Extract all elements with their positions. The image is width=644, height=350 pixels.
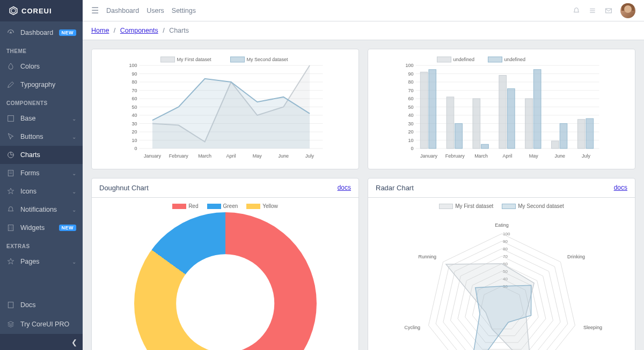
svg-text:30: 30 xyxy=(131,121,137,126)
drop-icon xyxy=(6,62,15,71)
svg-text:Drinking: Drinking xyxy=(567,254,584,259)
sidebar-item-icons[interactable]: Icons ⌄ xyxy=(0,182,83,200)
sidebar-item-dashboard[interactable]: Dashboard NEW xyxy=(0,24,83,42)
card-doughnut: Doughnut Chart docs RedGreenYellow xyxy=(91,178,359,350)
sidebar-item-buttons[interactable]: Buttons ⌄ xyxy=(0,128,83,146)
sidebar-item-label: Typography xyxy=(20,81,76,88)
bell-icon[interactable] xyxy=(572,6,581,15)
sidebar-item-base[interactable]: Base ⌄ xyxy=(0,109,83,128)
sidebar-nav: Dashboard NEW THEME Colors Typography CO… xyxy=(0,21,83,295)
svg-marker-0 xyxy=(10,7,17,15)
header-icons xyxy=(572,3,635,18)
svg-rect-12 xyxy=(8,302,13,308)
svg-text:Running: Running xyxy=(418,254,436,259)
chevron-left-icon: ❮ xyxy=(71,338,77,346)
svg-text:10: 10 xyxy=(131,138,137,143)
calculator-icon xyxy=(6,224,15,232)
svg-text:100: 100 xyxy=(503,232,510,236)
svg-text:June: June xyxy=(278,153,289,159)
svg-rect-52 xyxy=(488,57,502,62)
svg-rect-17 xyxy=(161,57,175,62)
pencil-icon xyxy=(6,80,15,89)
breadcrumb-home[interactable]: Home xyxy=(91,27,109,34)
star-icon xyxy=(6,257,15,266)
svg-rect-92 xyxy=(481,144,489,148)
cursor-icon xyxy=(6,132,15,141)
svg-text:80: 80 xyxy=(408,79,413,85)
svg-text:undefined: undefined xyxy=(453,57,475,62)
svg-rect-50 xyxy=(437,57,451,62)
sidebar-item-label: Pages xyxy=(20,258,67,265)
svg-text:90: 90 xyxy=(503,239,508,244)
svg-text:Cycling: Cycling xyxy=(404,325,420,330)
chevron-down-icon: ⌄ xyxy=(72,134,76,140)
svg-text:70: 70 xyxy=(131,88,137,93)
svg-text:Sleeping: Sleeping xyxy=(583,325,602,330)
header-nav-users[interactable]: Users xyxy=(147,7,164,14)
svg-text:90: 90 xyxy=(408,71,413,77)
sidebar-item-label: Widgets xyxy=(20,224,54,232)
sidebar-minimizer[interactable]: ❮ xyxy=(0,334,83,350)
header-nav-dashboard[interactable]: Dashboard xyxy=(106,7,139,14)
sidebar-item-label: Dashboard xyxy=(20,29,54,36)
header-nav-settings[interactable]: Settings xyxy=(172,7,196,14)
svg-rect-16 xyxy=(606,9,612,13)
svg-text:January: January xyxy=(144,153,162,159)
avatar[interactable] xyxy=(620,3,635,18)
sidebar-item-pages[interactable]: Pages ⌄ xyxy=(0,252,83,271)
svg-text:60: 60 xyxy=(131,96,137,101)
line-chart: My First datasetMy Second dataset0102030… xyxy=(99,55,351,162)
svg-text:70: 70 xyxy=(408,88,413,93)
svg-text:80: 80 xyxy=(503,247,508,251)
envelope-icon[interactable] xyxy=(604,6,613,15)
menu-toggle-icon[interactable]: ☰ xyxy=(91,5,99,16)
sidebar-item-forms[interactable]: Forms ⌄ xyxy=(0,164,83,182)
sidebar-item-label: Icons xyxy=(20,188,67,195)
sidebar-item-colors[interactable]: Colors xyxy=(0,57,83,76)
sidebar-item-typography[interactable]: Typography xyxy=(0,76,83,94)
card-bar-chart: undefinedundefined0102030405060708090100… xyxy=(368,49,635,169)
docs-link[interactable]: docs xyxy=(338,184,351,192)
svg-rect-4 xyxy=(8,170,13,176)
svg-text:0: 0 xyxy=(411,146,413,151)
svg-rect-94 xyxy=(533,70,541,148)
svg-text:undefined: undefined xyxy=(504,57,526,62)
sidebar-item-notifications[interactable]: Notifications ⌄ xyxy=(0,200,83,219)
card-line-chart: My First datasetMy Second dataset0102030… xyxy=(91,49,359,169)
svg-text:July: July xyxy=(582,153,591,159)
svg-text:100: 100 xyxy=(405,63,413,68)
breadcrumb-current: Charts xyxy=(169,27,189,34)
breadcrumb-sep: / xyxy=(114,27,115,34)
brand[interactable]: COREUI xyxy=(0,0,83,21)
sidebar-item-try-pro[interactable]: Try CoreUI PRO xyxy=(0,315,83,334)
chevron-down-icon: ⌄ xyxy=(72,116,76,122)
breadcrumb-components[interactable]: Components xyxy=(120,27,158,34)
svg-text:March: March xyxy=(474,153,488,159)
svg-point-8 xyxy=(9,227,10,227)
svg-point-10 xyxy=(9,228,10,229)
sidebar-footer: Docs Try CoreUI PRO ❮ xyxy=(0,295,83,350)
bell-icon xyxy=(6,205,15,214)
svg-text:April: April xyxy=(502,153,512,159)
sidebar-item-docs[interactable]: Docs xyxy=(0,295,83,315)
svg-text:Eating: Eating xyxy=(495,222,509,228)
card-radar: Radar Chart docs My First datasetMy Seco… xyxy=(368,178,635,350)
description-icon xyxy=(6,301,15,309)
breadcrumb-sep: / xyxy=(163,27,164,34)
list-icon[interactable] xyxy=(588,6,597,15)
svg-rect-89 xyxy=(577,120,585,148)
svg-text:90: 90 xyxy=(131,71,137,77)
docs-link[interactable]: docs xyxy=(614,184,627,192)
svg-rect-83 xyxy=(420,72,428,148)
layers-icon xyxy=(6,320,15,329)
svg-text:60: 60 xyxy=(408,96,413,101)
chart-pie-icon xyxy=(6,151,15,159)
doughnut-legend: RedGreenYellow xyxy=(172,203,278,209)
header-nav: Dashboard Users Settings xyxy=(106,7,196,14)
speedometer-icon xyxy=(6,28,15,37)
sidebar-item-charts[interactable]: Charts xyxy=(0,146,83,164)
svg-text:July: July xyxy=(305,153,314,159)
sidebar-item-label: Charts xyxy=(20,151,76,159)
svg-text:My Second dataset: My Second dataset xyxy=(247,57,289,62)
sidebar-item-widgets[interactable]: Widgets NEW xyxy=(0,219,83,237)
